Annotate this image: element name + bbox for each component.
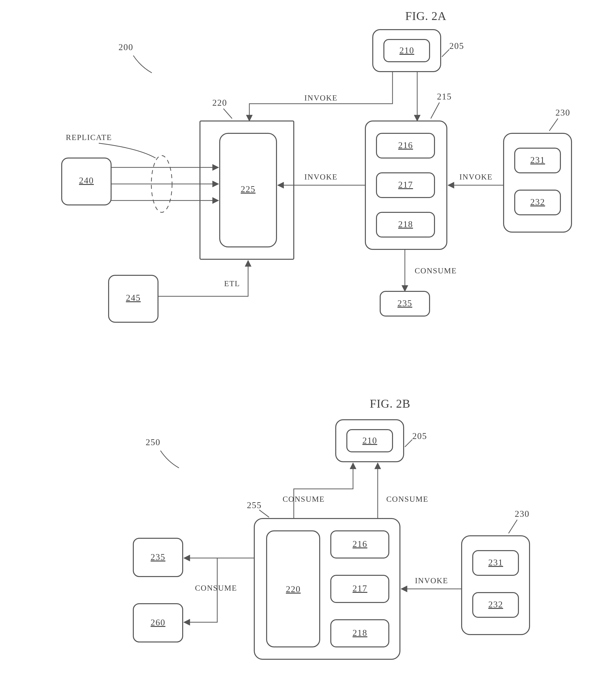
edge-etl: ETL bbox=[224, 279, 240, 288]
label-217: 217 bbox=[398, 180, 413, 190]
label-210-b: 210 bbox=[362, 435, 377, 445]
fig2a-ref: 200 bbox=[119, 42, 133, 52]
label-255: 255 bbox=[247, 500, 262, 510]
label-205-b: 205 bbox=[412, 431, 427, 441]
fig2b-title: FIG. 2B bbox=[370, 397, 410, 410]
edge-invoke-3: INVOKE bbox=[459, 172, 493, 181]
label-218: 218 bbox=[398, 219, 413, 229]
edge-consume-b1: CONSUME bbox=[283, 494, 325, 504]
fig2b-ref: 250 bbox=[146, 437, 161, 447]
leader-230 bbox=[549, 119, 558, 131]
label-218-b: 218 bbox=[353, 628, 367, 638]
leader-250 bbox=[161, 451, 179, 468]
leader-replicate bbox=[99, 143, 155, 158]
edge-invoke-2: INVOKE bbox=[304, 172, 338, 181]
label-225: 225 bbox=[241, 184, 255, 194]
leader-205-b bbox=[405, 440, 412, 447]
edge-consume-b3: CONSUME bbox=[195, 583, 237, 592]
label-232: 232 bbox=[530, 197, 545, 207]
label-216: 216 bbox=[398, 140, 413, 150]
leader-215 bbox=[431, 103, 439, 119]
label-232-b: 232 bbox=[488, 599, 503, 609]
leader-200 bbox=[133, 56, 152, 73]
label-240: 240 bbox=[79, 176, 94, 185]
label-230: 230 bbox=[555, 108, 570, 118]
edge-consume-b2: CONSUME bbox=[386, 494, 428, 504]
label-231-b: 231 bbox=[488, 557, 503, 567]
edge-consume: CONSUME bbox=[415, 266, 457, 275]
leader-220 bbox=[223, 109, 232, 119]
label-235: 235 bbox=[398, 298, 412, 308]
arrow-245-220 bbox=[158, 260, 248, 296]
figure-2a: FIG. 2A 200 205 210 215 216 217 218 220 … bbox=[62, 10, 571, 322]
label-220: 220 bbox=[212, 98, 227, 108]
leader-255 bbox=[259, 510, 269, 517]
label-230-b: 230 bbox=[515, 509, 530, 519]
edge-replicate: REPLICATE bbox=[66, 133, 112, 142]
edge-invoke-1: INVOKE bbox=[304, 93, 338, 102]
label-215: 215 bbox=[437, 92, 452, 102]
label-220-b: 220 bbox=[286, 584, 301, 594]
label-260: 260 bbox=[151, 617, 165, 627]
label-217-b: 217 bbox=[353, 583, 367, 593]
fig2a-title: FIG. 2A bbox=[405, 10, 446, 23]
label-235-b: 235 bbox=[151, 552, 165, 562]
edge-invoke-b: INVOKE bbox=[415, 576, 448, 585]
leader-230-b bbox=[509, 520, 517, 533]
label-245: 245 bbox=[126, 293, 141, 303]
diagram-canvas: FIG. 2A 200 205 210 215 216 217 218 220 … bbox=[0, 0, 611, 700]
label-205: 205 bbox=[449, 41, 464, 51]
label-210: 210 bbox=[399, 45, 414, 55]
leader-205 bbox=[442, 49, 449, 57]
arrow-220-210 bbox=[294, 463, 353, 519]
box-255 bbox=[254, 519, 400, 659]
figure-2b: FIG. 2B 250 205 210 255 220 216 217 218 … bbox=[133, 397, 530, 659]
label-231: 231 bbox=[530, 155, 545, 165]
label-216-b: 216 bbox=[353, 539, 367, 549]
